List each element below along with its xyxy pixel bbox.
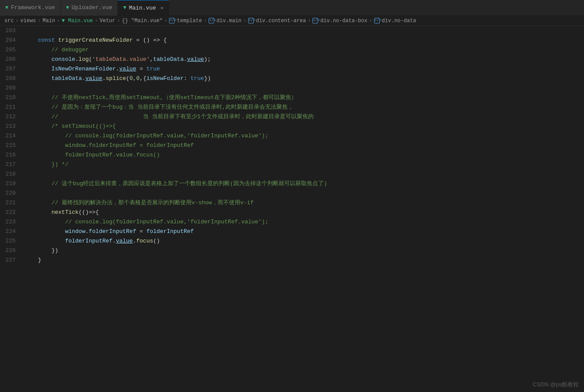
code-line-217: }) */ xyxy=(24,160,584,169)
vue-icon-framework: ▼ xyxy=(5,5,8,11)
bc-vetur[interactable]: Vetur xyxy=(100,18,115,24)
ln-221: 221 xyxy=(0,198,16,208)
code-line-203 xyxy=(24,26,584,36)
code-line-226: }) xyxy=(24,246,584,256)
code-line-205: // debugger xyxy=(24,45,584,55)
ln-203: 203 xyxy=(0,26,16,36)
breadcrumb: src › views › Main › ▼ Main.vue › Vetur … xyxy=(0,16,584,26)
ln-225: 225 xyxy=(0,236,16,246)
code-line-204: const triggerCreateNewFolder = () => { xyxy=(24,36,584,45)
watermark: CSDN @ps酷教程 xyxy=(533,381,579,389)
ln-211: 211 xyxy=(0,103,16,112)
code-line-223: // console.log(folderInputRef.value,'fol… xyxy=(24,217,584,227)
ln-212: 212 xyxy=(0,112,16,122)
bc-object[interactable]: {} "Main.vue" xyxy=(122,18,163,24)
ln-207: 207 xyxy=(0,64,16,74)
bc-no-data-icon: </> xyxy=(374,18,380,23)
ln-214: 214 xyxy=(0,131,16,141)
code-line-224: window.folderInputRef = folderInputRef xyxy=(24,227,584,236)
code-line-225: folderInputRef.value.focus() xyxy=(24,236,584,246)
bc-no-data[interactable]: div.no-data xyxy=(382,18,416,24)
bc-no-data-box-icon: </> xyxy=(312,18,318,23)
code-line-215: window.folderInputRef = folderInputRef xyxy=(24,141,584,150)
code-line-216: folderInputRef.value.focus() xyxy=(24,150,584,160)
code-line-212: // 当 当前目录下有至少1个文件或目录时，此时新建目录是可以聚焦的 xyxy=(24,112,584,122)
tab-close-button[interactable]: ✕ xyxy=(160,5,163,11)
tab-main[interactable]: ▼ Main.vue ✕ xyxy=(118,0,169,16)
ln-213: 213 xyxy=(0,122,16,131)
ln-222: 222 xyxy=(0,208,16,217)
tab-bar: ▼ Framework.vue ▼ Uploader.vue ▼ Main.vu… xyxy=(0,0,584,16)
bc-div-main[interactable]: div.main xyxy=(216,18,242,24)
code-line-207: IsNewOrRenameFolder.value = true xyxy=(24,64,584,74)
ln-217: 217 xyxy=(0,160,16,169)
code-line-210: // 不使用nextTick,而使用setTimeout,（使用setTimeo… xyxy=(24,93,584,103)
vue-icon-main: ▼ xyxy=(123,5,126,11)
tab-framework-label: Framework.vue xyxy=(11,4,55,11)
bc-main-vue[interactable]: ▼ Main.vue xyxy=(62,18,93,24)
ln-205: 205 xyxy=(0,45,16,55)
code-line-214: // console.log(folderInputRef.value,'fol… xyxy=(24,131,584,141)
bc-views[interactable]: views xyxy=(20,18,36,24)
line-numbers: 203 204 205 206 207 208 209 210 211 212 … xyxy=(0,26,21,392)
code-line-209 xyxy=(24,83,584,93)
code-editor: 203 204 205 206 207 208 209 210 211 212 … xyxy=(0,26,584,392)
ln-224: 224 xyxy=(0,227,16,236)
tab-uploader[interactable]: ▼ Uploader.vue xyxy=(61,0,118,16)
ln-216: 216 xyxy=(0,150,16,160)
bc-content-area-icon: </> xyxy=(248,18,254,23)
ln-220: 220 xyxy=(0,189,16,198)
ln-210: 210 xyxy=(0,93,16,103)
ln-215: 215 xyxy=(0,141,16,150)
code-line-219: // 这个bug经过后来排查，原因应该是表格上加了一个数组长度的判断(因为去掉这… xyxy=(24,179,584,189)
bc-src[interactable]: src xyxy=(4,18,14,24)
ln-226: 226 xyxy=(0,246,16,256)
bc-main-folder[interactable]: Main xyxy=(43,18,55,24)
code-line-227: } xyxy=(24,256,584,265)
ln-223: 223 xyxy=(0,217,16,227)
ln-209: 209 xyxy=(0,83,16,93)
ln-208: 208 xyxy=(0,74,16,83)
code-line-222: nextTick(()=>{ xyxy=(24,208,584,217)
ln-227: 227 xyxy=(0,256,16,265)
bc-template[interactable]: template xyxy=(177,18,202,24)
ln-204: 204 xyxy=(0,36,16,45)
code-line-211: // 是因为：发现了一个bug：当 当前目录下没有任何文件或目录时,此时新建目录… xyxy=(24,103,584,112)
vue-icon-uploader: ▼ xyxy=(66,5,69,11)
code-line-213: /* setTimeout(()=>{ xyxy=(24,122,584,131)
bc-content-area[interactable]: div.content-area xyxy=(256,18,306,24)
ln-218: 218 xyxy=(0,169,16,179)
code-line-220 xyxy=(24,189,584,198)
bc-template-icon: </> xyxy=(169,18,175,23)
tab-uploader-label: Uploader.vue xyxy=(72,4,113,11)
code-line-218 xyxy=(24,169,584,179)
ln-219: 219 xyxy=(0,179,16,189)
bc-div-main-icon: </> xyxy=(209,18,214,23)
code-line-221: // 最终找到的解决办法，那个表格是否展示的判断使用v-show，而不使用v-i… xyxy=(24,198,584,208)
code-line-206: console.log('tableData.value',tableData.… xyxy=(24,55,584,64)
code-lines[interactable]: const triggerCreateNewFolder = () => { /… xyxy=(21,26,584,392)
tab-main-label: Main.vue xyxy=(129,5,156,11)
ln-206: 206 xyxy=(0,55,16,64)
code-line-208: tableData.value.splice(0,0,{isNewFolder:… xyxy=(24,74,584,83)
tab-framework[interactable]: ▼ Framework.vue xyxy=(0,0,61,16)
bc-no-data-box[interactable]: div.no-data-box xyxy=(320,18,367,24)
